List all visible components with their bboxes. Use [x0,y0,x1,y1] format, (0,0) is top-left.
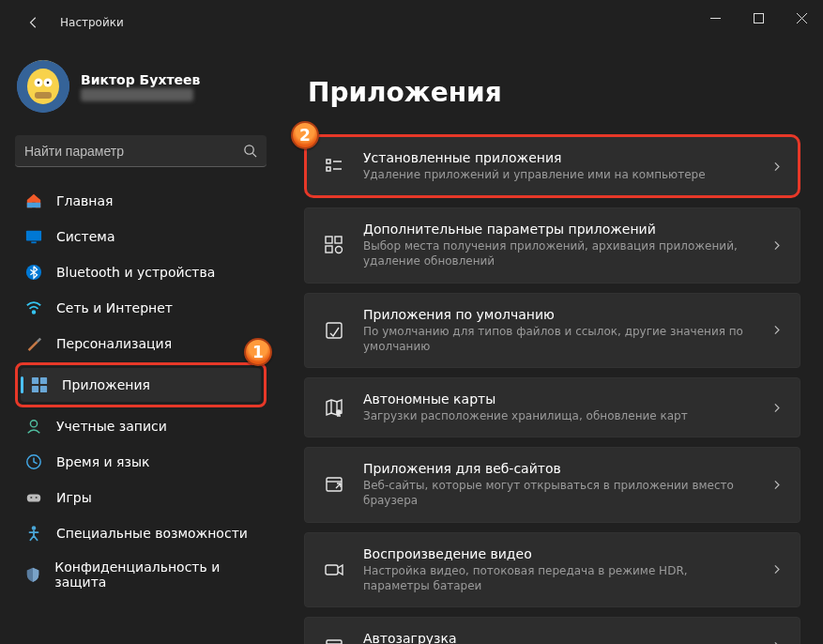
sidebar-item-personalization[interactable]: Персонализация [15,327,267,360]
svg-rect-14 [26,231,41,241]
close-icon [797,13,807,23]
card-subtitle: Удаление приложений и управление ими на … [363,167,754,182]
minimize-icon [710,13,721,23]
chevron-right-icon [770,324,783,336]
chevron-right-icon [770,239,783,252]
svg-point-35 [336,247,343,253]
settings-cards: Установленные приложения Удаление прилож… [304,134,800,644]
sidebar-item-label: Время и язык [56,454,149,469]
sidebar-item-gaming[interactable]: Игры [15,481,267,514]
svg-point-27 [32,526,37,530]
accessibility-icon [24,524,43,543]
card-video-playback[interactable]: Воспроизведение видео Настройка видео, п… [304,532,800,607]
chevron-right-icon [770,563,783,575]
card-advanced-app-settings[interactable]: Дополнительные параметры приложений Выбо… [304,207,800,283]
sidebar-item-label: Персонализация [56,336,172,351]
wifi-icon [24,299,43,317]
sidebar-item-label: Bluetooth и устройства [56,265,215,280]
svg-rect-21 [40,386,47,392]
svg-rect-32 [326,237,332,243]
card-title: Приложения для веб-сайтов [363,461,754,476]
card-startup[interactable]: Автозагрузка Приложения, которые запуска… [304,617,800,644]
svg-point-11 [245,146,253,154]
default-apps-icon [322,318,346,343]
card-title: Установленные приложения [363,150,754,165]
chevron-right-icon [770,402,783,414]
list-icon [322,154,346,178]
avatar-image [17,60,69,113]
main-content: Приложения Установленные приложения Удал… [282,45,823,644]
bluetooth-icon [24,263,43,282]
svg-point-22 [30,421,37,427]
svg-rect-18 [32,377,38,384]
person-icon [24,417,43,436]
close-button[interactable] [780,0,823,36]
sidebar-item-label: Конфиденциальность и защита [54,560,257,590]
sidebar-item-label: Игры [56,490,92,505]
chevron-right-icon [770,479,783,491]
sidebar-item-accessibility[interactable]: Специальные возможности [15,516,267,550]
svg-rect-15 [31,241,36,243]
maximize-button[interactable] [737,0,780,36]
sidebar-item-accounts[interactable]: Учетные записи [15,409,267,443]
minimize-button[interactable] [693,0,737,36]
card-offline-maps[interactable]: Автономные карты Загрузки расположение х… [304,377,800,437]
svg-point-8 [38,82,40,84]
user-card[interactable]: Виктор Бухтеев [15,45,267,131]
system-icon [24,227,43,246]
sidebar-item-time[interactable]: Время и язык [15,445,267,479]
search-box[interactable] [15,135,267,167]
sidebar-item-label: Приложения [62,377,150,392]
annotation-badge-2: 2 [291,121,319,149]
sidebar-item-label: Учетные записи [56,419,167,434]
card-subtitle: По умолчанию для типов файлов и ссылок, … [363,324,754,354]
card-default-apps[interactable]: Приложения по умолчанию По умолчанию для… [304,293,800,368]
svg-point-37 [337,410,341,414]
card-apps-for-websites[interactable]: Приложения для веб-сайтов Веб-сайты, кот… [304,447,800,522]
svg-rect-10 [35,92,52,99]
chevron-right-icon [770,640,783,644]
titlebar: Настройки [0,0,823,45]
clock-icon [24,452,43,471]
home-icon [24,192,43,210]
sidebar-item-system[interactable]: Система [15,220,267,253]
card-subtitle: Веб-сайты, которые могут открываться в п… [363,478,754,508]
sidebar-item-label: Специальные возможности [56,526,248,541]
card-subtitle: Выбор места получения приложений, архива… [363,238,754,268]
sidebar-item-network[interactable]: Сеть и Интернет [15,291,267,325]
annotation-badge-1: 1 [244,338,272,366]
sidebar-item-home[interactable]: Главная [15,184,267,218]
maximize-icon [754,13,764,23]
svg-rect-28 [327,160,330,163]
sidebar-item-privacy[interactable]: Конфиденциальность и защита [15,552,267,597]
page-title: Приложения [308,77,800,108]
svg-point-26 [36,497,38,498]
svg-rect-34 [326,246,332,253]
gamepad-icon [24,488,43,507]
shield-icon [24,565,41,584]
svg-line-12 [252,153,256,157]
svg-point-5 [27,69,59,104]
search-input[interactable] [24,144,243,159]
card-title: Воспроизведение видео [363,546,754,561]
card-title: Автономные карты [363,391,754,406]
sidebar-item-apps[interactable]: Приложения [21,368,261,402]
user-email [81,88,193,101]
chevron-right-icon [770,161,783,173]
window-controls [693,0,823,36]
arrow-left-icon [27,16,40,29]
window-share-icon [322,472,346,497]
card-installed-apps[interactable]: Установленные приложения Удаление прилож… [304,134,800,198]
svg-rect-33 [335,237,342,243]
svg-rect-20 [32,386,38,392]
svg-rect-40 [326,565,338,575]
back-button[interactable] [19,8,49,38]
video-icon [322,558,346,582]
svg-rect-1 [754,13,763,23]
sidebar-item-bluetooth[interactable]: Bluetooth и устройства [15,255,267,289]
nav-list: Главная Система Bluetooth и устройства С… [15,184,267,597]
window-title: Настройки [60,16,124,29]
startup-icon [322,635,346,644]
map-icon [322,395,346,420]
sidebar-item-label: Система [56,229,114,244]
